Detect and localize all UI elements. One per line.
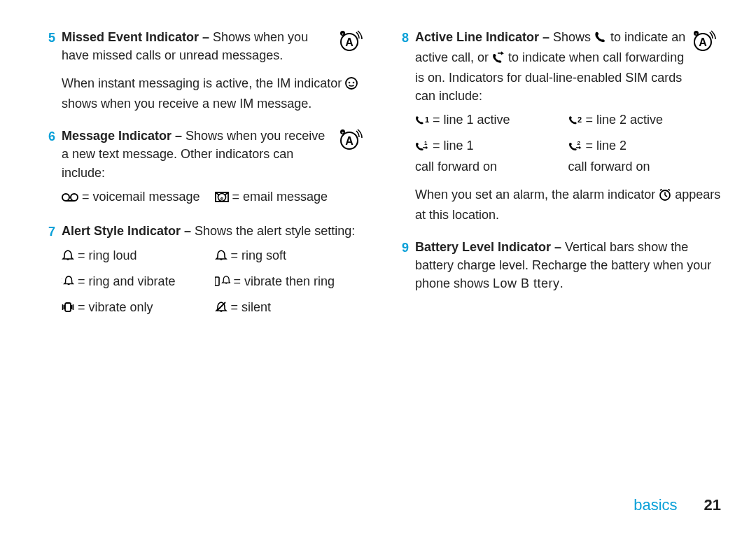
page-number: 21 — [704, 496, 721, 514]
line-1-forward-icon — [415, 139, 429, 157]
item-6: 6 Message Indicator – Shows when you rec… — [42, 127, 368, 207]
alarm-icon — [659, 188, 671, 206]
vibrate-only-icon — [62, 300, 74, 318]
item-8: 8 Active Line Indicator – Shows to indic… — [396, 28, 721, 224]
item-5-para2a: When instant messaging is active, the IM… — [62, 76, 345, 90]
item-5-number: 5 — [42, 28, 62, 47]
line-1-active-icon — [415, 113, 429, 131]
item-5-body: Missed Event Indicator – Shows when you … — [62, 28, 335, 64]
section-label: basics — [634, 496, 677, 514]
item-8-title: Active Line Indicator – — [415, 30, 550, 44]
item-8-cell-c: = line 1 call forward on — [415, 136, 568, 175]
item-8-cell-a: = line 1 active — [415, 111, 568, 131]
item-7-cell-a: = ring loud — [62, 246, 215, 267]
silent-icon — [215, 300, 227, 318]
item-7-body: Alert Style Indicator – Shows the alert … — [62, 222, 368, 240]
item-5-title: Missed Event Indicator – — [62, 30, 209, 44]
voicemail-icon — [62, 190, 78, 208]
item-6-cell-b: = email message — [215, 188, 368, 208]
item-6-title: Message Indicator – — [62, 129, 182, 143]
item-5-para2: When instant messaging is active, the IM… — [62, 74, 368, 113]
item-7-lead: Shows the alert style setting: — [191, 224, 355, 238]
left-column: 5 Missed Event Indicator – Shows when yo… — [42, 28, 368, 332]
right-column: 8 Active Line Indicator – Shows to indic… — [396, 28, 721, 332]
item-6-number: 6 — [42, 127, 62, 146]
item-7-cell-f: = silent — [215, 298, 368, 318]
ring-loud-icon — [62, 248, 74, 267]
item-7-cell-e: = vibrate only — [62, 298, 215, 318]
low-battery-text: Low B ttery — [493, 276, 560, 290]
email-icon — [215, 190, 229, 208]
item-9-number: 9 — [396, 238, 415, 257]
item-5-para2b: shows when you receive a new IM message. — [62, 97, 312, 111]
item-9-body: Battery Level Indicator – Vertical bars … — [415, 238, 721, 292]
item-6-body: Message Indicator – Shows when you recei… — [62, 127, 335, 181]
manual-page: 5 Missed Event Indicator – Shows when yo… — [0, 0, 756, 536]
item-5: 5 Missed Event Indicator – Shows when yo… — [42, 28, 368, 113]
item-7-cell-d: = vibrate then ring — [215, 272, 368, 292]
item-7-number: 7 — [42, 222, 62, 241]
item-7: 7 Alert Style Indicator – Shows the aler… — [42, 222, 368, 318]
item-8-cell-b: = line 2 active — [568, 111, 722, 131]
call-forward-icon — [492, 50, 505, 69]
active-call-icon — [594, 30, 607, 48]
item-9-title: Battery Level Indicator – — [415, 240, 561, 254]
item-7-title: Alert Style Indicator – — [62, 224, 191, 238]
message-status-icon — [340, 127, 368, 157]
im-face-icon — [345, 76, 358, 94]
ring-soft-icon — [215, 248, 227, 267]
line-2-forward-icon — [568, 139, 582, 157]
item-6-cell-a: = voicemail message — [62, 188, 215, 208]
ring-and-vibrate-icon — [62, 274, 74, 292]
item-9: 9 Battery Level Indicator – Vertical bar… — [396, 238, 721, 292]
item-8-para2: When you set an alarm, the alarm indicat… — [415, 185, 721, 224]
missed-event-status-icon — [340, 28, 368, 58]
page-footer: basics21 — [634, 494, 721, 516]
item-8-cell-d: = line 2 call forward on — [568, 136, 722, 175]
item-8-number: 8 — [396, 28, 415, 47]
item-7-cell-c: = ring and vibrate — [62, 272, 215, 292]
line-2-active-icon — [568, 113, 582, 131]
item-7-cell-b: = ring soft — [215, 246, 368, 267]
item-8-body: Active Line Indicator – Shows to indicat… — [415, 28, 689, 105]
active-line-status-icon — [693, 28, 721, 58]
vibrate-then-ring-icon — [215, 274, 230, 292]
